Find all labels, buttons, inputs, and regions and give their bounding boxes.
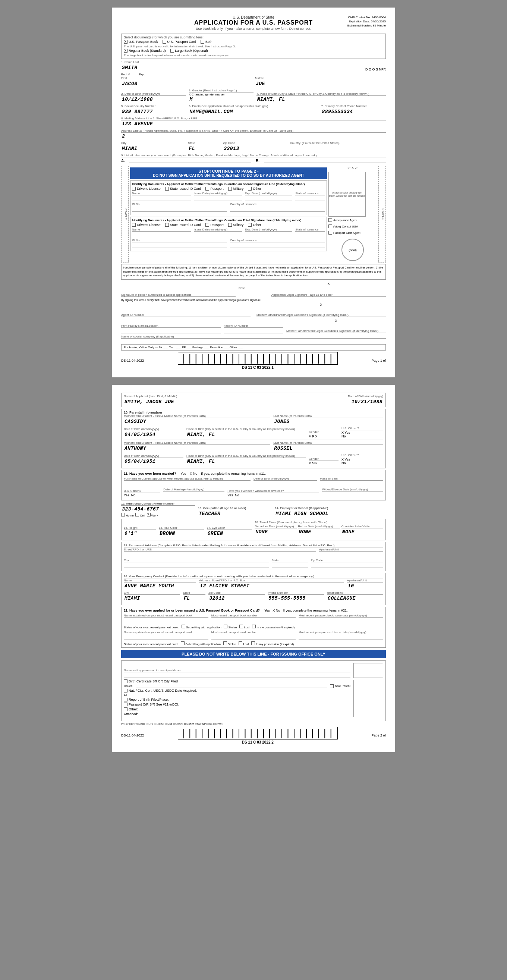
date-line <box>238 291 269 297</box>
p2-dob-value: 10/21/1988 <box>348 399 383 405</box>
parent1-pob: MIAMI, FL <box>186 431 306 438</box>
ec-rel-value: COLLEAGUE <box>327 595 383 602</box>
gender-group: 3. Gender (Read Instruction Page 1) X Ch… <box>189 89 254 103</box>
parent1-first: CASSIDY <box>124 418 270 425</box>
ssn-group: 5. Social Security Number 939 887777 <box>121 104 186 115</box>
parent1-row: Mother/Father/Parent - First & Middle Na… <box>124 414 383 425</box>
phone-group: 7. Primary Contact Phone Number 88955533… <box>321 104 386 115</box>
subtitle: Use black ink only. If you make an error… <box>121 27 386 30</box>
last-name-group: 1. Name Last SMITH <box>121 60 362 71</box>
staple-right: STAPLE <box>378 166 386 262</box>
gender-value: M <box>189 96 254 103</box>
dob-value: 10/12/1988 <box>121 96 186 103</box>
doc-checkboxes: U.S. Passport Book U.S. Passport Card Bo… <box>124 40 383 44</box>
barcode-2: ||||||||||||||||||||||||| <box>178 727 338 740</box>
office-only-section: For Issuing Office Only — Bk ___ Card __… <box>121 344 386 350</box>
declaration-box: I declare under penalty of perjury all o… <box>121 264 386 280</box>
passport-card-checkbox[interactable]: U.S. Passport Card <box>162 40 197 44</box>
parent2-last: RUSSEL <box>273 445 383 452</box>
page-num-2: Page 2 of <box>371 733 386 737</box>
barcode-label-2: DS 11 C 03 2022 2 <box>178 740 338 745</box>
agent-id-line <box>121 307 251 313</box>
page-1: OMB Control No. 1405-0004 Expiration Dat… <box>112 8 395 377</box>
ds-label: DS-11 04-2022 <box>121 359 144 363</box>
last-name-value: SMITH <box>121 65 362 71</box>
book-note: The U.S. passport card is not valid for … <box>124 45 383 48</box>
section-19: 19. Permanent Address (Complete if P.O. … <box>121 542 386 571</box>
address-group: 8. Mailing Address Line 1: Street/RFD#, … <box>121 117 386 127</box>
zip-value: 32013 <box>223 145 287 152</box>
seal-circle: (Seal) <box>342 239 364 261</box>
section-10: 10. Parental Information Mother/Father/P… <box>121 409 386 468</box>
return-value: NONE <box>298 529 340 536</box>
phone12-value: 323-454-6767 <box>121 506 195 513</box>
parent2-first: ANTHONY <box>124 445 270 452</box>
ec-city-value: MIAMI <box>124 595 180 602</box>
acceptance-sig-line <box>121 286 235 293</box>
both-checkbox[interactable]: Both <box>200 40 213 44</box>
other-names-group: 9. List all other names you have used. (… <box>121 154 386 164</box>
depart-value: NONE <box>254 529 296 536</box>
address2-value: 2 <box>121 133 386 140</box>
footer-codes: P/C of Citz P/C of ID DS-71 DS-3053 DS-6… <box>121 723 386 725</box>
ec-zip-value: 32012 <box>208 595 265 602</box>
page-header: U.S. Department of State APPLICATION FOR… <box>121 15 386 30</box>
country-value <box>290 145 386 152</box>
office-section: Name as it appears on citizenship eviden… <box>121 660 386 721</box>
page-title: APPLICATION FOR A U.S. PASSPORT <box>121 19 386 26</box>
occupation-value: TEACHER <box>198 511 272 517</box>
ec-apt-value: 10 <box>347 583 383 590</box>
dob-gender-pob-row: 2. Date of Birth (mm/dd/yyyy) 10/12/1988… <box>121 89 386 103</box>
id-doc-checkboxes-2: Driver's License State Issued ID Card Pa… <box>132 223 325 227</box>
large-book-checkbox[interactable]: Large Book (Optional) <box>170 49 208 52</box>
dob-group: 2. Date of Birth (mm/dd/yyyy) 10/12/1988 <box>121 92 186 103</box>
signature-section: Signature of person authorized to accept… <box>121 282 386 344</box>
ds-label-2: DS-11 04-2022 <box>121 733 144 737</box>
ec-state-value: FL <box>183 595 205 602</box>
city-state-zip-row: City MIAMI State FL Zip Code 32013 Count… <box>121 142 386 152</box>
eye-color-value: GREEN <box>207 530 252 537</box>
country-group: Country, (if outside the United States) <box>290 142 386 152</box>
stop-banner: STOP! CONTINUE TO PAGE 2 - DO NOT SIGN A… <box>130 167 327 179</box>
employer-value: MIAMI HIGH SCHOOL <box>275 511 386 517</box>
doos-area: D O O S NFR <box>366 67 386 71</box>
id-doc-checkboxes-1: Driver's License State Issued ID Card Pa… <box>132 187 325 191</box>
pob-value: MIAMI, FL <box>256 96 386 103</box>
p2-header: Name of Applicant (Last, First, & Middle… <box>121 393 386 407</box>
city-group: City MIAMI <box>121 142 185 152</box>
middle-name-value: JOE <box>255 81 386 87</box>
ec-name-value: ANNE MARIE YOUTH <box>124 583 196 590</box>
first-name-value: JACOB <box>121 81 252 87</box>
section-15-18: 15. Height 6'1" 16. Hair Color BROWN 17.… <box>121 519 386 540</box>
phone-value: 8895553334 <box>321 108 386 115</box>
passport-book-checkbox[interactable]: U.S. Passport Book <box>124 40 158 44</box>
address-value: 123 AVENUE <box>121 121 386 127</box>
barcode-label: DS 11 C 03 2022 1 <box>178 366 338 369</box>
end-exp: End. # Exp. <box>121 73 386 76</box>
parent2-row: Mother/Father/Parent - First & Middle Na… <box>124 441 383 452</box>
id-section-2: Identifying Documents - Applicant or Mot… <box>130 217 327 251</box>
parent2-details: Date of Birth (mm/dd/yyyy) 05/04/1951 Pl… <box>124 453 383 465</box>
regular-book-checkbox[interactable]: Regular Book (Standard) <box>124 49 166 52</box>
pob-group: 4. Place of Birth (City & State if in th… <box>256 92 386 103</box>
guardian-sig-line-2 <box>286 323 386 329</box>
zip-group: Zip Code 32013 <box>223 142 287 152</box>
ec-phone-value: 555-555-5555 <box>268 595 324 602</box>
p2-name-value: SMITH, JACOB JOE <box>124 399 348 405</box>
barcode: ||||||||||||||||||||||||| <box>178 352 338 365</box>
ssn-value: 939 887777 <box>121 108 186 115</box>
ssn-email-phone-row: 5. Social Security Number 939 887777 6. … <box>121 104 386 115</box>
section-12-13-14: 12. Additional Contact Phone Number 323-… <box>121 502 386 517</box>
section-11: 11. Have you ever been married? Yes X No… <box>121 470 386 500</box>
photo-area: Attach a color photograph taken within t… <box>329 172 366 217</box>
name-row: 1. Name Last SMITH D O O S NFR <box>121 60 386 71</box>
section-21: 21. Have you ever applied for or been is… <box>121 607 386 648</box>
countries-value: NONE <box>342 529 383 536</box>
page-2: Name of Applicant (Last, First, & Middle… <box>112 385 395 752</box>
parent2-dob: 05/04/1951 <box>124 458 183 465</box>
state-value: FL <box>188 145 220 152</box>
first-middle-row: First JACOB Middle JOE <box>121 76 386 87</box>
hair-value: BROWN <box>159 530 204 537</box>
dept-label: U.S. Department of State <box>121 15 386 19</box>
parent2-pob: MIAMI, FL <box>186 458 306 465</box>
